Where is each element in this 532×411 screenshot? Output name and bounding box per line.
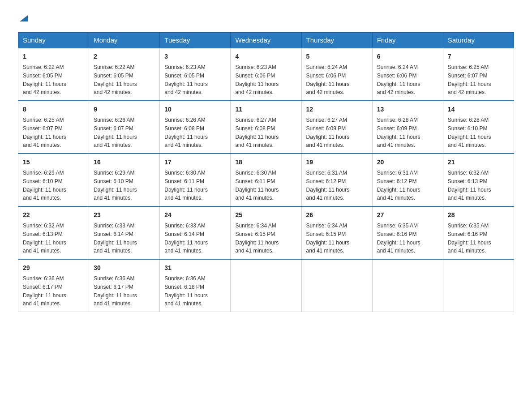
day-number: 7 [448, 52, 509, 61]
day-number: 21 [448, 158, 509, 167]
calendar-day-cell: 30 Sunrise: 6:36 AMSunset: 6:17 PMDaylig… [89, 259, 160, 312]
calendar-day-cell: 8 Sunrise: 6:25 AMSunset: 6:07 PMDayligh… [18, 101, 89, 154]
calendar-day-cell: 20 Sunrise: 6:31 AMSunset: 6:12 PMDaylig… [372, 154, 443, 206]
calendar-day-cell: 9 Sunrise: 6:26 AMSunset: 6:07 PMDayligh… [89, 101, 160, 154]
day-number: 18 [235, 158, 296, 167]
calendar-week-row: 1 Sunrise: 6:22 AMSunset: 6:05 PMDayligh… [18, 48, 514, 101]
day-info: Sunrise: 6:32 AMSunset: 6:13 PMDaylight:… [448, 170, 491, 201]
calendar-header-cell: Wednesday [231, 33, 301, 48]
day-info: Sunrise: 6:23 AMSunset: 6:05 PMDaylight:… [164, 64, 208, 95]
calendar-day-cell: 24 Sunrise: 6:33 AMSunset: 6:14 PMDaylig… [160, 206, 231, 259]
calendar-day-cell: 1 Sunrise: 6:22 AMSunset: 6:05 PMDayligh… [18, 48, 89, 101]
calendar-day-cell: 25 Sunrise: 6:34 AMSunset: 6:15 PMDaylig… [231, 206, 301, 259]
day-info: Sunrise: 6:28 AMSunset: 6:09 PMDaylight:… [377, 117, 420, 148]
day-info: Sunrise: 6:25 AMSunset: 6:07 PMDaylight:… [23, 117, 66, 148]
day-info: Sunrise: 6:24 AMSunset: 6:06 PMDaylight:… [377, 64, 420, 95]
day-info: Sunrise: 6:32 AMSunset: 6:13 PMDaylight:… [23, 223, 66, 254]
day-info: Sunrise: 6:33 AMSunset: 6:14 PMDaylight:… [94, 223, 137, 254]
page-header [18, 13, 514, 23]
day-info: Sunrise: 6:28 AMSunset: 6:10 PMDaylight:… [448, 117, 491, 148]
day-info: Sunrise: 6:26 AMSunset: 6:08 PMDaylight:… [164, 117, 208, 148]
calendar-day-cell [301, 259, 372, 312]
calendar-day-cell: 3 Sunrise: 6:23 AMSunset: 6:05 PMDayligh… [160, 48, 231, 101]
day-number: 5 [306, 52, 368, 61]
calendar-day-cell: 7 Sunrise: 6:25 AMSunset: 6:07 PMDayligh… [443, 48, 514, 101]
day-info: Sunrise: 6:27 AMSunset: 6:09 PMDaylight:… [306, 117, 350, 148]
calendar-day-cell: 27 Sunrise: 6:35 AMSunset: 6:16 PMDaylig… [372, 206, 443, 259]
calendar-week-row: 22 Sunrise: 6:32 AMSunset: 6:13 PMDaylig… [18, 206, 514, 259]
day-info: Sunrise: 6:35 AMSunset: 6:16 PMDaylight:… [448, 223, 491, 254]
day-info: Sunrise: 6:23 AMSunset: 6:06 PMDaylight:… [235, 64, 279, 95]
day-number: 22 [23, 210, 84, 220]
day-info: Sunrise: 6:22 AMSunset: 6:05 PMDaylight:… [94, 64, 137, 95]
calendar-day-cell: 2 Sunrise: 6:22 AMSunset: 6:05 PMDayligh… [89, 48, 160, 101]
day-number: 16 [94, 158, 155, 167]
day-info: Sunrise: 6:31 AMSunset: 6:12 PMDaylight:… [377, 170, 420, 201]
day-number: 25 [235, 210, 296, 220]
day-info: Sunrise: 6:27 AMSunset: 6:08 PMDaylight:… [235, 117, 279, 148]
calendar-table: SundayMondayTuesdayWednesdayThursdayFrid… [18, 32, 514, 312]
day-info: Sunrise: 6:22 AMSunset: 6:05 PMDaylight:… [23, 64, 66, 95]
day-number: 2 [94, 52, 155, 61]
calendar-day-cell: 13 Sunrise: 6:28 AMSunset: 6:09 PMDaylig… [372, 101, 443, 154]
day-number: 10 [164, 105, 226, 114]
day-number: 27 [377, 210, 438, 220]
calendar-day-cell [231, 259, 301, 312]
day-info: Sunrise: 6:36 AMSunset: 6:17 PMDaylight:… [94, 275, 137, 307]
calendar-day-cell: 23 Sunrise: 6:33 AMSunset: 6:14 PMDaylig… [89, 206, 160, 259]
calendar-day-cell: 11 Sunrise: 6:27 AMSunset: 6:08 PMDaylig… [231, 101, 301, 154]
day-number: 3 [164, 52, 226, 61]
day-info: Sunrise: 6:31 AMSunset: 6:12 PMDaylight:… [306, 170, 350, 201]
day-number: 20 [377, 158, 438, 167]
calendar-day-cell: 22 Sunrise: 6:32 AMSunset: 6:13 PMDaylig… [18, 206, 89, 259]
calendar-day-cell: 19 Sunrise: 6:31 AMSunset: 6:12 PMDaylig… [301, 154, 372, 206]
logo [18, 13, 29, 23]
calendar-day-cell [443, 259, 514, 312]
day-number: 19 [306, 158, 368, 167]
day-info: Sunrise: 6:36 AMSunset: 6:18 PMDaylight:… [164, 275, 208, 307]
day-number: 6 [377, 52, 438, 61]
calendar-header-cell: Tuesday [160, 33, 231, 48]
day-number: 1 [23, 52, 84, 61]
calendar-header-cell: Friday [372, 33, 443, 48]
svg-marker-0 [20, 15, 28, 21]
day-info: Sunrise: 6:29 AMSunset: 6:10 PMDaylight:… [23, 170, 66, 201]
day-number: 14 [448, 105, 509, 114]
calendar-day-cell: 14 Sunrise: 6:28 AMSunset: 6:10 PMDaylig… [443, 101, 514, 154]
calendar-week-row: 15 Sunrise: 6:29 AMSunset: 6:10 PMDaylig… [18, 154, 514, 206]
day-number: 11 [235, 105, 296, 114]
calendar-week-row: 8 Sunrise: 6:25 AMSunset: 6:07 PMDayligh… [18, 101, 514, 154]
calendar-header-cell: Monday [89, 33, 160, 48]
calendar-day-cell [372, 259, 443, 312]
day-info: Sunrise: 6:30 AMSunset: 6:11 PMDaylight:… [164, 170, 208, 201]
day-info: Sunrise: 6:36 AMSunset: 6:17 PMDaylight:… [23, 275, 66, 307]
calendar-week-row: 29 Sunrise: 6:36 AMSunset: 6:17 PMDaylig… [18, 259, 514, 312]
day-number: 24 [164, 210, 226, 220]
calendar-day-cell: 21 Sunrise: 6:32 AMSunset: 6:13 PMDaylig… [443, 154, 514, 206]
calendar-day-cell: 5 Sunrise: 6:24 AMSunset: 6:06 PMDayligh… [301, 48, 372, 101]
calendar-body: 1 Sunrise: 6:22 AMSunset: 6:05 PMDayligh… [18, 48, 514, 312]
calendar-day-cell: 31 Sunrise: 6:36 AMSunset: 6:18 PMDaylig… [160, 259, 231, 312]
day-number: 31 [164, 263, 226, 273]
calendar-day-cell: 15 Sunrise: 6:29 AMSunset: 6:10 PMDaylig… [18, 154, 89, 206]
day-info: Sunrise: 6:35 AMSunset: 6:16 PMDaylight:… [377, 223, 420, 254]
calendar-day-cell: 28 Sunrise: 6:35 AMSunset: 6:16 PMDaylig… [443, 206, 514, 259]
calendar-day-cell: 10 Sunrise: 6:26 AMSunset: 6:08 PMDaylig… [160, 101, 231, 154]
day-info: Sunrise: 6:34 AMSunset: 6:15 PMDaylight:… [306, 223, 350, 254]
calendar-day-cell: 17 Sunrise: 6:30 AMSunset: 6:11 PMDaylig… [160, 154, 231, 206]
day-number: 28 [448, 210, 509, 220]
day-number: 13 [377, 105, 438, 114]
day-number: 30 [94, 263, 155, 273]
day-info: Sunrise: 6:26 AMSunset: 6:07 PMDaylight:… [94, 117, 137, 148]
day-number: 8 [23, 105, 84, 114]
logo-triangle-icon [19, 13, 29, 23]
logo-text [18, 13, 29, 23]
calendar-day-cell: 12 Sunrise: 6:27 AMSunset: 6:09 PMDaylig… [301, 101, 372, 154]
calendar-header-row: SundayMondayTuesdayWednesdayThursdayFrid… [18, 33, 514, 48]
day-number: 23 [94, 210, 155, 220]
day-info: Sunrise: 6:24 AMSunset: 6:06 PMDaylight:… [306, 64, 350, 95]
calendar-header-cell: Thursday [301, 33, 372, 48]
calendar-header-cell: Sunday [18, 33, 89, 48]
calendar-day-cell: 18 Sunrise: 6:30 AMSunset: 6:11 PMDaylig… [231, 154, 301, 206]
day-info: Sunrise: 6:25 AMSunset: 6:07 PMDaylight:… [448, 64, 491, 95]
